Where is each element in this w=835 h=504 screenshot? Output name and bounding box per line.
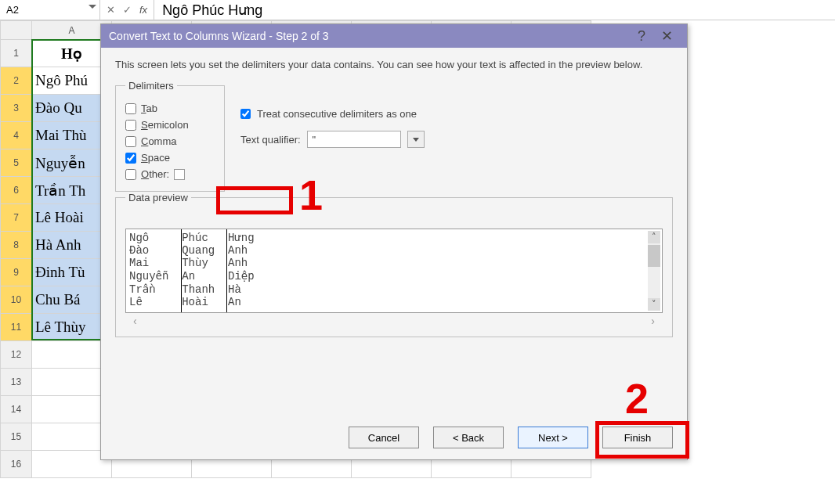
cancel-button[interactable]: Cancel (349, 427, 419, 448)
row-header[interactable]: 2 (1, 67, 32, 95)
formula-bar: A2 ✕ ✓ fx Ngô Phúc Hưng (0, 0, 835, 20)
row-header[interactable]: 7 (1, 204, 32, 232)
formula-bar-value[interactable]: Ngô Phúc Hưng (154, 2, 270, 19)
scroll-thumb[interactable] (648, 245, 660, 267)
back-button[interactable]: < Back (433, 427, 504, 448)
scroll-down-icon[interactable]: ˅ (648, 298, 660, 311)
annotation-1: 1 (299, 171, 323, 219)
row-header[interactable]: 3 (1, 95, 32, 122)
delimiter-tab-checkbox[interactable] (125, 103, 136, 114)
row-header[interactable]: 13 (1, 369, 32, 396)
text-qualifier-select[interactable]: " (307, 131, 401, 148)
chevron-down-icon[interactable] (89, 5, 96, 9)
delimiter-semicolon-label: Semicolon (141, 119, 189, 131)
row-header[interactable]: 9 (1, 259, 32, 286)
data-preview-group: Data preview Ngô Phúc Hưng Đào Quang Anh… (115, 192, 673, 337)
delimiters-legend: Delimiters (125, 80, 177, 92)
annotation-2: 2 (625, 374, 649, 423)
row-header[interactable]: 1 (1, 40, 32, 67)
next-button[interactable]: Next > (518, 427, 588, 448)
treat-consecutive-checkbox[interactable] (240, 109, 251, 119)
delimiter-space-checkbox[interactable] (125, 153, 136, 164)
row-header[interactable]: 5 (1, 149, 32, 177)
select-all-corner[interactable] (1, 21, 32, 40)
formula-bar-buttons: ✕ ✓ fx (100, 0, 154, 20)
delimiter-comma-checkbox[interactable] (125, 136, 136, 147)
scroll-up-icon[interactable]: ˄ (648, 231, 660, 243)
cancel-icon[interactable]: ✕ (107, 4, 115, 16)
fx-icon[interactable]: fx (139, 4, 147, 16)
finish-button[interactable]: Finish (602, 427, 673, 448)
delimiter-semicolon-checkbox[interactable] (125, 120, 136, 131)
delimiter-other-checkbox[interactable] (125, 169, 136, 180)
data-preview-text: Ngô Phúc Hưng Đào Quang Anh Mai Thùy Anh… (126, 229, 662, 310)
delimiter-other-label: Other: (141, 168, 169, 180)
delimiter-tab-label: Tab (141, 103, 157, 114)
row-header[interactable]: 15 (1, 423, 32, 451)
help-icon[interactable]: ? (629, 28, 654, 45)
row-header[interactable]: 6 (1, 177, 32, 204)
delimiter-other-input[interactable] (174, 169, 185, 180)
name-box[interactable]: A2 (0, 0, 100, 20)
row-header[interactable]: 10 (1, 286, 32, 314)
treat-consecutive-label: Treat consecutive delimiters as one (257, 108, 417, 120)
row-header[interactable]: 12 (1, 341, 32, 369)
row-header[interactable]: 16 (1, 451, 32, 478)
hscroll-right-icon[interactable]: › (651, 315, 655, 327)
dialog-intro: This screen lets you set the delimiters … (115, 59, 673, 70)
row-header[interactable]: 11 (1, 314, 32, 341)
delimiter-space-label: Space (141, 152, 170, 164)
dialog-title: Convert Text to Columns Wizard - Step 2 … (109, 30, 329, 42)
row-header[interactable]: 8 (1, 232, 32, 259)
hscroll-left-icon[interactable]: ‹ (133, 315, 137, 327)
row-header[interactable]: 4 (1, 122, 32, 149)
text-qualifier-dropdown-button[interactable] (407, 131, 425, 148)
delimiter-comma-label: Comma (141, 135, 177, 147)
data-preview-legend: Data preview (125, 192, 191, 203)
confirm-icon[interactable]: ✓ (123, 4, 132, 16)
text-qualifier-label: Text qualifier: (240, 134, 301, 146)
delimiters-group: Delimiters Tab Semicolon Comma Space Oth… (115, 80, 225, 192)
close-icon[interactable]: ✕ (654, 27, 679, 45)
dialog-titlebar[interactable]: Convert Text to Columns Wizard - Step 2 … (101, 24, 687, 48)
row-header[interactable]: 14 (1, 396, 32, 423)
data-preview-box: Ngô Phúc Hưng Đào Quang Anh Mai Thùy Anh… (125, 229, 663, 313)
name-box-value: A2 (6, 4, 19, 16)
text-to-columns-wizard: Convert Text to Columns Wizard - Step 2 … (100, 23, 688, 460)
